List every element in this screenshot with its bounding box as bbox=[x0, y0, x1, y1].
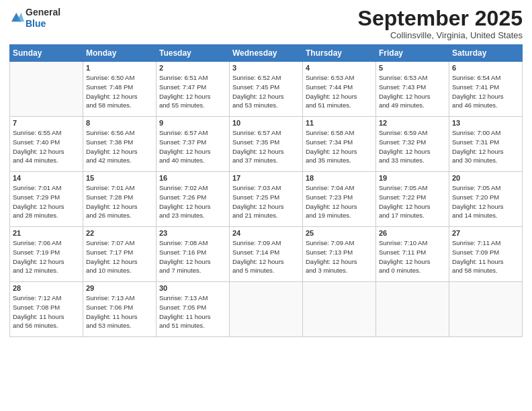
day-number: 28 bbox=[13, 284, 80, 292]
day-number: 19 bbox=[379, 174, 446, 182]
day-number: 16 bbox=[159, 174, 226, 182]
day-cell: 5Sunrise: 6:53 AMSunset: 7:43 PMDaylight… bbox=[376, 62, 449, 117]
day-cell: 19Sunrise: 7:05 AMSunset: 7:22 PMDayligh… bbox=[376, 172, 449, 227]
day-info: Sunrise: 7:09 AMSunset: 7:13 PMDaylight:… bbox=[306, 238, 373, 275]
day-cell bbox=[449, 282, 523, 337]
week-row-4: 21Sunrise: 7:06 AMSunset: 7:19 PMDayligh… bbox=[10, 227, 523, 282]
day-info: Sunrise: 7:11 AMSunset: 7:09 PMDaylight:… bbox=[452, 238, 519, 275]
week-row-1: 1Sunrise: 6:50 AMSunset: 7:48 PMDaylight… bbox=[10, 62, 523, 117]
day-info: Sunrise: 6:51 AMSunset: 7:47 PMDaylight:… bbox=[159, 73, 226, 110]
day-info: Sunrise: 7:01 AMSunset: 7:29 PMDaylight:… bbox=[13, 183, 80, 220]
day-number: 10 bbox=[232, 119, 300, 127]
day-number: 29 bbox=[86, 284, 153, 292]
location: Collinsville, Virginia, United States bbox=[358, 30, 523, 40]
logo: General Blue bbox=[9, 7, 60, 30]
week-row-3: 14Sunrise: 7:01 AMSunset: 7:29 PMDayligh… bbox=[10, 172, 523, 227]
day-number: 14 bbox=[13, 174, 80, 182]
day-cell: 10Sunrise: 6:57 AMSunset: 7:35 PMDayligh… bbox=[230, 117, 303, 172]
day-number: 24 bbox=[232, 229, 300, 237]
day-cell bbox=[376, 282, 449, 337]
weekday-thursday: Thursday bbox=[303, 45, 376, 62]
day-info: Sunrise: 7:10 AMSunset: 7:11 PMDaylight:… bbox=[379, 238, 446, 275]
day-info: Sunrise: 7:07 AMSunset: 7:17 PMDaylight:… bbox=[86, 238, 153, 275]
weekday-wednesday: Wednesday bbox=[230, 45, 303, 62]
day-info: Sunrise: 7:04 AMSunset: 7:23 PMDaylight:… bbox=[306, 183, 373, 220]
day-cell: 29Sunrise: 7:13 AMSunset: 7:06 PMDayligh… bbox=[83, 282, 157, 337]
day-info: Sunrise: 7:01 AMSunset: 7:28 PMDaylight:… bbox=[86, 183, 153, 220]
day-cell: 15Sunrise: 7:01 AMSunset: 7:28 PMDayligh… bbox=[83, 172, 157, 227]
day-info: Sunrise: 6:53 AMSunset: 7:44 PMDaylight:… bbox=[306, 73, 373, 110]
day-cell: 22Sunrise: 7:07 AMSunset: 7:17 PMDayligh… bbox=[83, 227, 157, 282]
weekday-monday: Monday bbox=[83, 45, 157, 62]
day-number: 22 bbox=[86, 229, 153, 237]
day-cell: 24Sunrise: 7:09 AMSunset: 7:14 PMDayligh… bbox=[230, 227, 303, 282]
weekday-header-row: SundayMondayTuesdayWednesdayThursdayFrid… bbox=[10, 45, 523, 62]
day-info: Sunrise: 7:03 AMSunset: 7:25 PMDaylight:… bbox=[232, 183, 300, 220]
day-info: Sunrise: 7:09 AMSunset: 7:14 PMDaylight:… bbox=[232, 238, 300, 275]
day-number: 26 bbox=[379, 229, 446, 237]
weekday-sunday: Sunday bbox=[10, 45, 83, 62]
day-cell: 8Sunrise: 6:56 AMSunset: 7:38 PMDaylight… bbox=[83, 117, 157, 172]
day-info: Sunrise: 7:13 AMSunset: 7:05 PMDaylight:… bbox=[159, 293, 226, 330]
day-cell: 30Sunrise: 7:13 AMSunset: 7:05 PMDayligh… bbox=[157, 282, 230, 337]
day-number: 1 bbox=[86, 64, 153, 72]
day-info: Sunrise: 6:56 AMSunset: 7:38 PMDaylight:… bbox=[86, 128, 153, 165]
day-info: Sunrise: 6:53 AMSunset: 7:43 PMDaylight:… bbox=[379, 73, 446, 110]
day-info: Sunrise: 6:52 AMSunset: 7:45 PMDaylight:… bbox=[232, 73, 300, 110]
weekday-saturday: Saturday bbox=[449, 45, 523, 62]
day-info: Sunrise: 7:12 AMSunset: 7:08 PMDaylight:… bbox=[13, 293, 80, 330]
day-info: Sunrise: 6:59 AMSunset: 7:32 PMDaylight:… bbox=[379, 128, 446, 165]
week-row-5: 28Sunrise: 7:12 AMSunset: 7:08 PMDayligh… bbox=[10, 282, 523, 337]
day-cell: 7Sunrise: 6:55 AMSunset: 7:40 PMDaylight… bbox=[10, 117, 83, 172]
day-info: Sunrise: 7:02 AMSunset: 7:26 PMDaylight:… bbox=[159, 183, 226, 220]
day-info: Sunrise: 6:57 AMSunset: 7:37 PMDaylight:… bbox=[159, 128, 226, 165]
day-info: Sunrise: 7:13 AMSunset: 7:06 PMDaylight:… bbox=[86, 293, 153, 330]
day-info: Sunrise: 7:08 AMSunset: 7:16 PMDaylight:… bbox=[159, 238, 226, 275]
day-cell: 9Sunrise: 6:57 AMSunset: 7:37 PMDaylight… bbox=[157, 117, 230, 172]
weekday-friday: Friday bbox=[376, 45, 449, 62]
day-cell: 25Sunrise: 7:09 AMSunset: 7:13 PMDayligh… bbox=[303, 227, 376, 282]
day-number: 6 bbox=[452, 64, 519, 72]
day-cell: 3Sunrise: 6:52 AMSunset: 7:45 PMDaylight… bbox=[230, 62, 303, 117]
day-number: 15 bbox=[86, 174, 153, 182]
day-number: 12 bbox=[379, 119, 446, 127]
logo-text: General Blue bbox=[26, 7, 60, 30]
day-number: 11 bbox=[306, 119, 373, 127]
day-number: 21 bbox=[13, 229, 80, 237]
day-info: Sunrise: 6:58 AMSunset: 7:34 PMDaylight:… bbox=[306, 128, 373, 165]
logo-blue: Blue bbox=[26, 18, 60, 30]
title-block: September 2025 Collinsville, Virginia, U… bbox=[358, 7, 523, 40]
day-cell: 11Sunrise: 6:58 AMSunset: 7:34 PMDayligh… bbox=[303, 117, 376, 172]
day-number: 9 bbox=[159, 119, 226, 127]
day-cell bbox=[230, 282, 303, 337]
day-info: Sunrise: 7:05 AMSunset: 7:22 PMDaylight:… bbox=[379, 183, 446, 220]
day-number: 25 bbox=[306, 229, 373, 237]
calendar-table: SundayMondayTuesdayWednesdayThursdayFrid… bbox=[9, 44, 523, 337]
day-info: Sunrise: 7:05 AMSunset: 7:20 PMDaylight:… bbox=[452, 183, 519, 220]
logo-general: General bbox=[26, 7, 60, 18]
day-cell: 2Sunrise: 6:51 AMSunset: 7:47 PMDaylight… bbox=[157, 62, 230, 117]
day-cell: 13Sunrise: 7:00 AMSunset: 7:31 PMDayligh… bbox=[449, 117, 523, 172]
day-number: 3 bbox=[232, 64, 300, 72]
header: General Blue September 2025 Collinsville… bbox=[9, 7, 523, 40]
day-info: Sunrise: 6:54 AMSunset: 7:41 PMDaylight:… bbox=[452, 73, 519, 110]
day-cell: 4Sunrise: 6:53 AMSunset: 7:44 PMDaylight… bbox=[303, 62, 376, 117]
day-info: Sunrise: 6:57 AMSunset: 7:35 PMDaylight:… bbox=[232, 128, 300, 165]
day-info: Sunrise: 6:50 AMSunset: 7:48 PMDaylight:… bbox=[86, 73, 153, 110]
day-number: 7 bbox=[13, 119, 80, 127]
day-info: Sunrise: 7:06 AMSunset: 7:19 PMDaylight:… bbox=[13, 238, 80, 275]
day-number: 8 bbox=[86, 119, 153, 127]
day-number: 17 bbox=[232, 174, 300, 182]
day-cell: 12Sunrise: 6:59 AMSunset: 7:32 PMDayligh… bbox=[376, 117, 449, 172]
weekday-tuesday: Tuesday bbox=[157, 45, 230, 62]
logo-icon bbox=[9, 11, 24, 26]
day-number: 4 bbox=[306, 64, 373, 72]
month-title: September 2025 bbox=[358, 7, 523, 30]
day-cell: 28Sunrise: 7:12 AMSunset: 7:08 PMDayligh… bbox=[10, 282, 83, 337]
day-cell: 18Sunrise: 7:04 AMSunset: 7:23 PMDayligh… bbox=[303, 172, 376, 227]
day-number: 5 bbox=[379, 64, 446, 72]
day-cell: 21Sunrise: 7:06 AMSunset: 7:19 PMDayligh… bbox=[10, 227, 83, 282]
day-cell: 1Sunrise: 6:50 AMSunset: 7:48 PMDaylight… bbox=[83, 62, 157, 117]
day-cell: 14Sunrise: 7:01 AMSunset: 7:29 PMDayligh… bbox=[10, 172, 83, 227]
day-number: 13 bbox=[452, 119, 519, 127]
